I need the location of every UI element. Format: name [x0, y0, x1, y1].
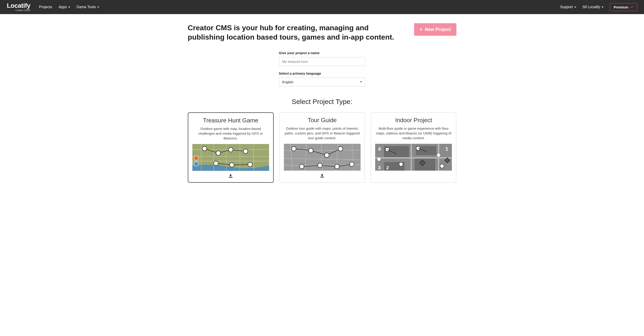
- caret-down-icon: [602, 6, 604, 8]
- card-desc: Outdoor tour guide with maps, points of …: [284, 126, 360, 141]
- svg-point-14: [202, 146, 207, 151]
- nav-link-projects[interactable]: Projects: [39, 5, 52, 9]
- hero-title: Creator CMS is your hub for creating, ma…: [188, 23, 405, 42]
- section-title: Select Project Type:: [188, 98, 456, 106]
- premium-button[interactable]: Premium: [610, 3, 637, 11]
- nav-link-game-tools[interactable]: Game Tools: [76, 5, 99, 9]
- svg-point-21: [194, 156, 198, 160]
- upload-icon: [192, 174, 269, 179]
- language-select[interactable]: English: [279, 78, 365, 86]
- nav-link-support[interactable]: Support: [560, 5, 576, 9]
- svg-point-18: [214, 161, 218, 166]
- card-thumbnail: [192, 144, 269, 171]
- plus-icon: +: [420, 27, 422, 32]
- svg-rect-23: [229, 177, 232, 178]
- svg-point-42: [338, 146, 342, 151]
- top-navbar: Locatify Creator CMS® Projects Apps Game…: [0, 0, 644, 14]
- svg-point-43: [299, 164, 304, 169]
- svg-point-41: [324, 153, 329, 157]
- project-type-card-tour-guide[interactable]: Tour Guide Outdoor tour guide with maps,…: [280, 112, 365, 183]
- svg-point-15: [216, 151, 220, 155]
- brand-main-text: Locatify: [7, 2, 30, 9]
- card-desc: Multi-floor guide or game experience wit…: [375, 126, 452, 141]
- check-icon: [630, 5, 633, 9]
- form-group-language: Select a primary language English: [279, 71, 365, 86]
- brand-logo[interactable]: Locatify Creator CMS®: [7, 2, 30, 11]
- svg-point-17: [243, 149, 248, 154]
- language-select-value: English: [282, 80, 294, 84]
- svg-point-20: [248, 162, 252, 167]
- card-title: Tour Guide: [284, 117, 360, 124]
- svg-point-45: [335, 164, 339, 169]
- card-title: Indoor Project: [375, 117, 452, 124]
- premium-button-label: Premium: [614, 5, 628, 9]
- caret-down-icon: [360, 81, 362, 83]
- card-desc: Outdoor game with map, location-based ch…: [192, 126, 269, 141]
- project-type-card-indoor[interactable]: Indoor Project Multi-floor guide or game…: [371, 112, 456, 183]
- card-thumbnail: [284, 144, 360, 171]
- nav-left: Locatify Creator CMS® Projects Apps Game…: [7, 2, 99, 11]
- card-thumbnail: 4 1 2 3: [375, 144, 452, 171]
- svg-rect-47: [320, 177, 324, 177]
- svg-point-40: [308, 148, 313, 153]
- brand-sub-text: Creator CMS®: [7, 9, 30, 11]
- svg-text:1: 1: [446, 146, 448, 152]
- project-name-input[interactable]: [279, 57, 365, 66]
- caret-down-icon: [68, 6, 70, 8]
- svg-point-64: [378, 158, 380, 161]
- svg-point-61: [399, 162, 403, 166]
- nav-link-game-tools-label: Game Tools: [76, 5, 96, 9]
- new-project-button[interactable]: + New Project: [414, 23, 456, 36]
- nav-link-projects-label: Projects: [39, 5, 52, 9]
- project-form: Give your project a name Select a primar…: [279, 51, 365, 86]
- svg-point-65: [437, 154, 440, 157]
- svg-text:3: 3: [378, 165, 380, 170]
- project-type-cards: Treasure Hunt Game Outdoor game with map…: [188, 112, 456, 183]
- language-label: Select a primary language: [279, 71, 365, 75]
- svg-point-63: [440, 164, 444, 168]
- svg-text:4: 4: [378, 146, 381, 152]
- nav-link-user[interactable]: Sif Locatify: [582, 5, 604, 9]
- upload-icon: [284, 173, 360, 179]
- caret-down-icon: [97, 6, 99, 8]
- project-name-label: Give your project a name: [279, 51, 365, 55]
- svg-point-19: [230, 163, 234, 167]
- nav-link-user-label: Sif Locatify: [582, 5, 600, 9]
- form-group-name: Give your project a name: [279, 51, 365, 66]
- caret-down-icon: [574, 6, 576, 8]
- header-row: Creator CMS is your hub for creating, ma…: [188, 23, 456, 42]
- svg-rect-50: [415, 159, 435, 171]
- svg-point-16: [228, 147, 233, 152]
- project-type-card-treasure-hunt[interactable]: Treasure Hunt Game Outdoor game with map…: [188, 112, 274, 183]
- nav-right: Support Sif Locatify Premium: [560, 3, 637, 11]
- card-title: Treasure Hunt Game: [192, 117, 269, 124]
- svg-text:2: 2: [386, 165, 389, 170]
- svg-point-44: [318, 163, 322, 168]
- page-body: Creator CMS is your hub for creating, ma…: [183, 14, 461, 196]
- svg-point-22: [194, 162, 198, 166]
- svg-point-46: [350, 162, 354, 167]
- nav-link-apps-label: Apps: [58, 5, 67, 9]
- svg-point-39: [292, 146, 296, 151]
- nav-link-apps[interactable]: Apps: [58, 5, 70, 9]
- new-project-button-label: New Project: [425, 27, 451, 32]
- nav-link-support-label: Support: [560, 5, 573, 9]
